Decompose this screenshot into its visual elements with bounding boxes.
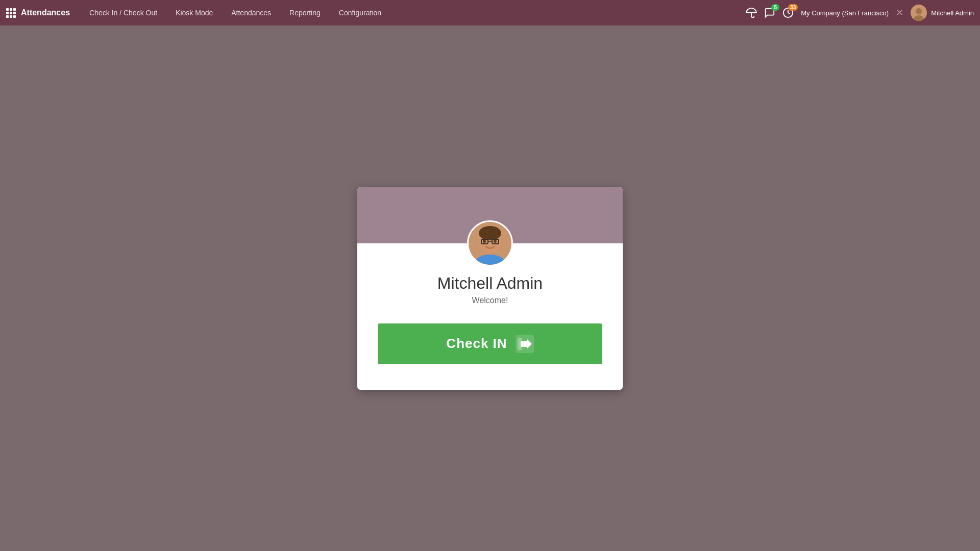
user-menu[interactable]: Mitchell Admin <box>911 5 974 21</box>
user-avatar <box>467 220 513 266</box>
card-header <box>357 187 623 243</box>
checkin-card: Mitchell Admin Welcome! Check IN <box>357 187 623 390</box>
card-welcome-text: Welcome! <box>472 296 508 305</box>
main-background: Mitchell Admin Welcome! Check IN <box>0 26 980 551</box>
nav-user-avatar <box>911 5 927 21</box>
svg-rect-15 <box>518 338 522 350</box>
checkin-arrow-icon <box>516 335 534 353</box>
checkin-button[interactable]: Check IN <box>378 323 602 364</box>
nav-item-configuration[interactable]: Configuration <box>330 0 390 26</box>
svg-point-11 <box>494 240 497 243</box>
top-navbar: Attendances Check In / Check Out Kiosk M… <box>0 0 980 26</box>
nav-right-section: 5 33 My Company (San Francisco) ✕ Mitche… <box>746 5 974 21</box>
activity-icon-btn[interactable]: 33 <box>782 7 794 18</box>
user-name-nav: Mitchell Admin <box>931 9 974 17</box>
card-user-name: Mitchell Admin <box>437 274 543 293</box>
messages-icon-btn[interactable]: 5 <box>764 7 775 18</box>
apps-menu-icon[interactable] <box>6 8 16 18</box>
activity-badge: 33 <box>788 4 798 11</box>
nav-separator: ✕ <box>896 7 903 18</box>
support-icon-btn[interactable] <box>746 7 757 18</box>
nav-menu: Check In / Check Out Kiosk Mode Attendan… <box>80 0 746 26</box>
svg-point-6 <box>479 226 501 240</box>
checkin-button-label: Check IN <box>446 336 507 352</box>
svg-point-10 <box>483 240 486 243</box>
app-title: Attendances <box>21 8 70 17</box>
nav-item-attendances[interactable]: Attendances <box>222 0 280 26</box>
nav-item-reporting[interactable]: Reporting <box>280 0 330 26</box>
messages-badge: 5 <box>771 4 779 11</box>
svg-point-2 <box>916 8 922 14</box>
company-name[interactable]: My Company (San Francisco) <box>801 9 889 17</box>
nav-item-check-in-out[interactable]: Check In / Check Out <box>80 0 166 26</box>
grid-icon <box>6 8 16 18</box>
nav-item-kiosk-mode[interactable]: Kiosk Mode <box>166 0 222 26</box>
